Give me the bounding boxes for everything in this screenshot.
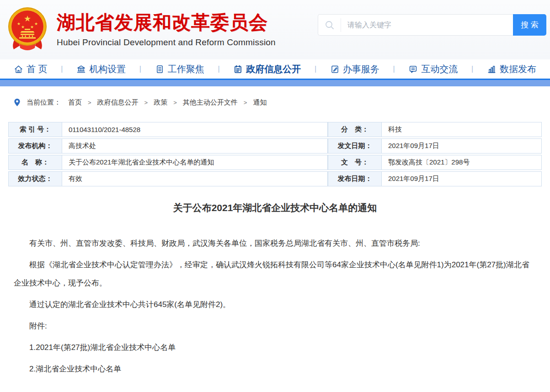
meta-label-doc-no: 文 号： [328, 155, 382, 170]
breadcrumb-item-home[interactable]: 首页 [68, 98, 82, 107]
nav-label: 首 页 [27, 63, 48, 75]
nav-label: 办事服务 [343, 63, 379, 75]
work-focus-icon [155, 64, 165, 74]
breadcrumb-item-notice[interactable]: 通知 [253, 98, 267, 107]
magnifier-icon [318, 18, 341, 32]
article-paragraph-recipients: 有关市、州、直管市发改委、科技局、财政局，武汉海关各单位，国家税务总局湖北省有关… [14, 234, 536, 253]
meta-value-category: 科技 [382, 122, 542, 137]
interaction-icon [408, 64, 418, 74]
nav-item-home[interactable]: 首 页 [14, 63, 48, 75]
article-body: 有关市、州、直管市发改委、科技局、财政局，武汉海关各单位，国家税务总局湖北省有关… [14, 234, 536, 378]
breadcrumb-item-policy[interactable]: 政策 [154, 98, 167, 107]
svg-text:★: ★ [17, 21, 21, 26]
nav-label: 互动交流 [421, 63, 458, 75]
table-row: 发布机构： 高技术处 发文日期： 2021年09月17日 [8, 138, 542, 154]
nav-item-interaction[interactable]: 互动交流 [408, 63, 458, 75]
gov-info-icon [233, 64, 243, 74]
meta-value-issuing-agency: 高技术处 [62, 138, 328, 154]
search-box [318, 14, 513, 36]
services-icon [330, 64, 340, 74]
main-nav: 首 页 | 机构设置 | 工作聚焦 | 政府信息公开 | [0, 59, 550, 79]
meta-label-issuing-agency: 发布机构： [8, 138, 62, 154]
breadcrumb-separator: > [88, 99, 91, 106]
article-title: 关于公布2021年湖北省企业技术中心名单的通知 [0, 201, 550, 214]
search-button[interactable]: 搜 索 [513, 14, 546, 36]
table-row: 效力状态： 有效 发布日期： 2021年09月17日 [8, 171, 542, 186]
nav-item-data-release[interactable]: 数据发布 [487, 63, 536, 75]
site-title-cn: 湖北省发展和改革委员会 [57, 12, 276, 33]
nav-item-work-focus[interactable]: 工作聚焦 [155, 63, 204, 75]
breadcrumb-item-other-public-files[interactable]: 其他主动公开文件 [183, 98, 238, 107]
page: ★ ★ ★ ★ ★ 湖北省发展和改革委员会 Hubei Provincial D… [0, 0, 550, 392]
attachment-link-1[interactable]: 1.2021年(第27批)湖北省企业技术中心名单 [14, 339, 536, 357]
breadcrumb-separator: > [244, 99, 247, 106]
nav-divider: | [315, 65, 316, 73]
site-header: ★ ★ ★ ★ ★ 湖北省发展和改革委员会 Hubei Provincial D… [0, 0, 550, 59]
site-title-en: Hubei Provincial Development and Reform … [57, 37, 276, 48]
meta-value-publish-date: 2021年09月17日 [382, 171, 542, 186]
nav-label: 数据发布 [500, 63, 536, 75]
nav-label: 机构设置 [89, 63, 126, 75]
breadcrumb-separator: > [173, 99, 177, 106]
china-national-emblem-icon: ★ ★ ★ ★ ★ [5, 6, 49, 52]
article-paragraph-total: 通过认定的湖北省企业技术中心共计645家(名单见附件2)。 [14, 296, 536, 314]
location-pin-icon [14, 98, 21, 107]
nav-item-services[interactable]: 办事服务 [330, 63, 379, 75]
nav-divider: | [139, 65, 141, 73]
nav-divider: | [61, 65, 63, 73]
breadcrumb: 当前位置： 首页 > 政府信息公开 > 政策 > 其他主动公开文件 > 通知 [14, 98, 550, 107]
meta-label-validity: 效力状态： [8, 171, 62, 186]
meta-value-index-no: 011043110/2021-48528 [62, 122, 328, 137]
meta-value-name: 关于公布2021年湖北省企业技术中心名单的通知 [62, 155, 328, 170]
meta-label-category: 分 类： [328, 122, 382, 137]
search-bar: 搜 索 [318, 14, 546, 36]
table-row: 名 称： 关于公布2021年湖北省企业技术中心名单的通知 文 号： 鄂发改高技〔… [8, 155, 542, 170]
meta-value-issue-date: 2021年09月17日 [382, 138, 542, 154]
attachment-link-2[interactable]: 2.湖北省企业技术中心名单 [14, 360, 536, 378]
nav-divider: | [471, 65, 473, 73]
document-meta-table: 索 引 号： 011043110/2021-48528 分 类： 科技 发布机构… [8, 121, 542, 188]
table-row: 索 引 号： 011043110/2021-48528 分 类： 科技 [8, 122, 542, 137]
nav-divider: | [218, 65, 219, 73]
nav-item-institution[interactable]: 机构设置 [76, 63, 126, 75]
meta-label-issue-date: 发文日期： [328, 138, 382, 154]
nav-underline-bar [0, 79, 550, 86]
site-titles: 湖北省发展和改革委员会 Hubei Provincial Development… [57, 12, 276, 48]
nav-divider: | [393, 65, 395, 73]
svg-text:★: ★ [34, 21, 38, 26]
nav-label: 政府信息公开 [246, 63, 301, 75]
nav-label: 工作聚焦 [168, 63, 204, 75]
breadcrumb-item-gov-info[interactable]: 政府信息公开 [97, 98, 139, 107]
article-paragraph-attachments-heading: 附件: [14, 317, 536, 335]
svg-text:★: ★ [30, 25, 34, 29]
meta-value-validity: 有效 [62, 171, 328, 186]
meta-label-publish-date: 发布日期： [328, 171, 382, 186]
breadcrumb-prefix: 当前位置： [27, 98, 61, 107]
institution-icon [76, 64, 86, 74]
nav-item-gov-info[interactable]: 政府信息公开 [233, 63, 301, 75]
article-paragraph-main: 根据《湖北省企业技术中心认定管理办法》，经审定，确认武汉烽火锐拓科技有限公司等6… [14, 256, 536, 292]
meta-value-doc-no: 鄂发改高技〔2021〕298号 [382, 155, 542, 170]
meta-label-index-no: 索 引 号： [8, 122, 62, 137]
meta-label-name: 名 称： [8, 155, 62, 170]
home-icon [14, 64, 23, 74]
search-input[interactable] [341, 21, 513, 29]
big-star: ★ [24, 14, 31, 23]
data-release-icon [487, 64, 497, 74]
breadcrumb-separator: > [144, 99, 148, 106]
svg-text:★: ★ [21, 25, 25, 29]
